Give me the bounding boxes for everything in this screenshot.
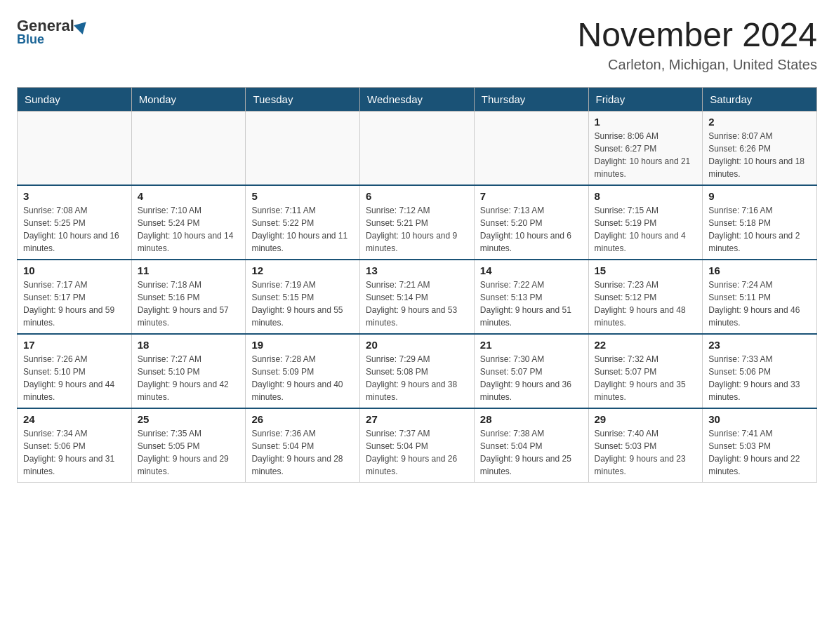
table-row: 24 Sunrise: 7:34 AMSunset: 5:06 PMDaylig… (18, 408, 132, 483)
table-row: 7 Sunrise: 7:13 AMSunset: 5:20 PMDayligh… (474, 185, 588, 260)
day-number: 27 (366, 413, 468, 425)
day-info: Sunrise: 7:16 AMSunset: 5:18 PMDaylight:… (708, 204, 811, 255)
table-row: 9 Sunrise: 7:16 AMSunset: 5:18 PMDayligh… (703, 185, 817, 260)
day-number: 8 (595, 190, 697, 202)
day-info: Sunrise: 7:12 AMSunset: 5:21 PMDaylight:… (366, 204, 468, 255)
day-number: 13 (366, 264, 468, 276)
day-number: 4 (138, 190, 240, 202)
table-row: 16 Sunrise: 7:24 AMSunset: 5:11 PMDaylig… (703, 260, 817, 334)
table-row: 21 Sunrise: 7:30 AMSunset: 5:07 PMDaylig… (474, 334, 588, 408)
header-saturday: Saturday (703, 87, 817, 111)
day-info: Sunrise: 7:41 AMSunset: 5:03 PMDaylight:… (708, 427, 811, 478)
table-row: 10 Sunrise: 7:17 AMSunset: 5:17 PMDaylig… (18, 260, 132, 334)
day-info: Sunrise: 7:38 AMSunset: 5:04 PMDaylight:… (480, 427, 583, 478)
table-row: 13 Sunrise: 7:21 AMSunset: 5:14 PMDaylig… (360, 260, 475, 334)
day-number: 22 (595, 339, 697, 351)
table-row: 23 Sunrise: 7:33 AMSunset: 5:06 PMDaylig… (703, 334, 817, 408)
day-info: Sunrise: 7:17 AMSunset: 5:17 PMDaylight:… (23, 279, 126, 329)
logo: General Blue (17, 17, 90, 47)
day-info: Sunrise: 8:07 AMSunset: 6:26 PMDaylight:… (708, 130, 811, 180)
table-row: 22 Sunrise: 7:32 AMSunset: 5:07 PMDaylig… (588, 334, 703, 408)
day-info: Sunrise: 7:08 AMSunset: 5:25 PMDaylight:… (23, 204, 126, 255)
calendar-row-2: 10 Sunrise: 7:17 AMSunset: 5:17 PMDaylig… (18, 260, 817, 334)
day-info: Sunrise: 7:24 AMSunset: 5:11 PMDaylight:… (708, 279, 811, 329)
day-number: 30 (708, 413, 811, 425)
day-number: 3 (23, 190, 126, 202)
day-number: 14 (480, 264, 583, 276)
day-number: 19 (251, 339, 354, 351)
table-row: 26 Sunrise: 7:36 AMSunset: 5:04 PMDaylig… (246, 408, 360, 483)
table-row (474, 111, 588, 185)
day-info: Sunrise: 7:18 AMSunset: 5:16 PMDaylight:… (138, 279, 240, 329)
table-row: 15 Sunrise: 7:23 AMSunset: 5:12 PMDaylig… (588, 260, 703, 334)
header-wednesday: Wednesday (360, 87, 475, 111)
day-info: Sunrise: 7:13 AMSunset: 5:20 PMDaylight:… (480, 204, 583, 255)
day-number: 15 (595, 264, 697, 276)
day-number: 6 (366, 190, 468, 202)
day-number: 25 (138, 413, 240, 425)
table-row (18, 111, 132, 185)
logo-blue-label: Blue (17, 32, 44, 47)
day-number: 16 (708, 264, 811, 276)
day-info: Sunrise: 7:33 AMSunset: 5:06 PMDaylight:… (708, 353, 811, 403)
table-row: 14 Sunrise: 7:22 AMSunset: 5:13 PMDaylig… (474, 260, 588, 334)
page-header: General Blue November 2024 Carleton, Mic… (17, 17, 817, 73)
day-number: 1 (595, 116, 697, 128)
day-info: Sunrise: 7:40 AMSunset: 5:03 PMDaylight:… (595, 427, 697, 478)
day-number: 20 (366, 339, 468, 351)
header-thursday: Thursday (474, 87, 588, 111)
table-row: 29 Sunrise: 7:40 AMSunset: 5:03 PMDaylig… (588, 408, 703, 483)
day-info: Sunrise: 7:27 AMSunset: 5:10 PMDaylight:… (138, 353, 240, 403)
day-number: 5 (251, 190, 354, 202)
header-friday: Friday (588, 87, 703, 111)
table-row: 6 Sunrise: 7:12 AMSunset: 5:21 PMDayligh… (360, 185, 475, 260)
table-row: 28 Sunrise: 7:38 AMSunset: 5:04 PMDaylig… (474, 408, 588, 483)
calendar-row-4: 24 Sunrise: 7:34 AMSunset: 5:06 PMDaylig… (18, 408, 817, 483)
table-row: 17 Sunrise: 7:26 AMSunset: 5:10 PMDaylig… (18, 334, 132, 408)
location-subtitle: Carleton, Michigan, United States (577, 57, 817, 73)
day-info: Sunrise: 7:11 AMSunset: 5:22 PMDaylight:… (251, 204, 354, 255)
day-number: 29 (595, 413, 697, 425)
table-row: 12 Sunrise: 7:19 AMSunset: 5:15 PMDaylig… (246, 260, 360, 334)
day-info: Sunrise: 7:34 AMSunset: 5:06 PMDaylight:… (23, 427, 126, 478)
calendar-row-0: 1 Sunrise: 8:06 AMSunset: 6:27 PMDayligh… (18, 111, 817, 185)
calendar-row-3: 17 Sunrise: 7:26 AMSunset: 5:10 PMDaylig… (18, 334, 817, 408)
header-tuesday: Tuesday (246, 87, 360, 111)
day-info: Sunrise: 7:29 AMSunset: 5:08 PMDaylight:… (366, 353, 468, 403)
day-info: Sunrise: 7:28 AMSunset: 5:09 PMDaylight:… (251, 353, 354, 403)
day-number: 9 (708, 190, 811, 202)
day-info: Sunrise: 7:21 AMSunset: 5:14 PMDaylight:… (366, 279, 468, 329)
header-sunday: Sunday (18, 87, 132, 111)
table-row: 30 Sunrise: 7:41 AMSunset: 5:03 PMDaylig… (703, 408, 817, 483)
day-info: Sunrise: 7:32 AMSunset: 5:07 PMDaylight:… (595, 353, 697, 403)
day-info: Sunrise: 7:23 AMSunset: 5:12 PMDaylight:… (595, 279, 697, 329)
day-number: 11 (138, 264, 240, 276)
day-info: Sunrise: 7:22 AMSunset: 5:13 PMDaylight:… (480, 279, 583, 329)
day-info: Sunrise: 7:36 AMSunset: 5:04 PMDaylight:… (251, 427, 354, 478)
day-number: 10 (23, 264, 126, 276)
day-number: 26 (251, 413, 354, 425)
table-row: 8 Sunrise: 7:15 AMSunset: 5:19 PMDayligh… (588, 185, 703, 260)
day-number: 28 (480, 413, 583, 425)
table-row (246, 111, 360, 185)
table-row: 2 Sunrise: 8:07 AMSunset: 6:26 PMDayligh… (703, 111, 817, 185)
day-number: 12 (251, 264, 354, 276)
table-row: 18 Sunrise: 7:27 AMSunset: 5:10 PMDaylig… (131, 334, 246, 408)
table-row (131, 111, 246, 185)
table-row (360, 111, 475, 185)
calendar-title: November 2024 (577, 17, 817, 54)
table-row: 20 Sunrise: 7:29 AMSunset: 5:08 PMDaylig… (360, 334, 475, 408)
header-monday: Monday (131, 87, 246, 111)
day-info: Sunrise: 8:06 AMSunset: 6:27 PMDaylight:… (595, 130, 697, 180)
day-info: Sunrise: 7:15 AMSunset: 5:19 PMDaylight:… (595, 204, 697, 255)
day-info: Sunrise: 7:10 AMSunset: 5:24 PMDaylight:… (138, 204, 240, 255)
day-info: Sunrise: 7:35 AMSunset: 5:05 PMDaylight:… (138, 427, 240, 478)
day-number: 23 (708, 339, 811, 351)
day-number: 2 (708, 116, 811, 128)
calendar-table: Sunday Monday Tuesday Wednesday Thursday… (17, 87, 817, 483)
day-number: 7 (480, 190, 583, 202)
title-block: November 2024 Carleton, Michigan, United… (577, 17, 817, 73)
day-number: 24 (23, 413, 126, 425)
day-number: 21 (480, 339, 583, 351)
table-row: 3 Sunrise: 7:08 AMSunset: 5:25 PMDayligh… (18, 185, 132, 260)
